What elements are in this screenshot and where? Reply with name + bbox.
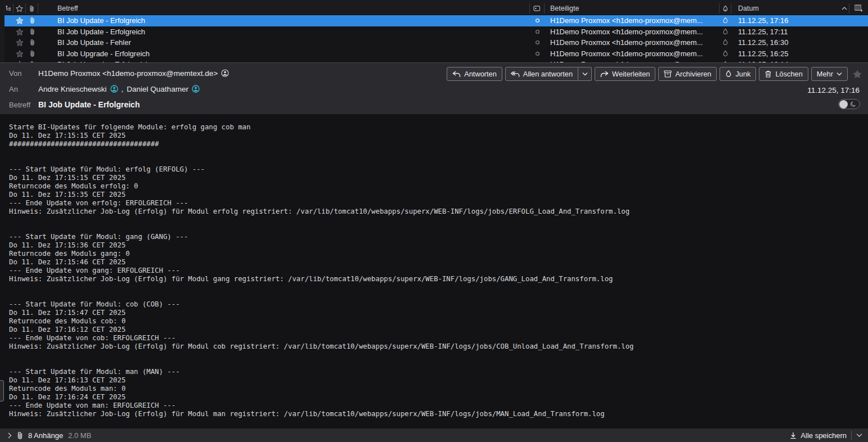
from-value[interactable]: H1Demo Proxmox <h1demo-proxmox@memtext.d… (38, 69, 218, 78)
from-label: Von (9, 69, 38, 78)
date-column-label: Datum (738, 4, 759, 12)
sort-ascending-indicator[interactable] (839, 3, 849, 13)
message-row-3[interactable]: BI Job Update - Fehler H1Demo Proxmox <h… (5, 37, 868, 48)
reply-all-split-button: Allen antworten (505, 67, 592, 81)
junk-column-header[interactable] (719, 3, 731, 13)
delete-button[interactable]: Löschen (759, 67, 808, 81)
row-subject: BI Job Update - Erfolgreich (38, 16, 530, 25)
recipient-2[interactable]: Daniel Quathamer (127, 85, 188, 93)
save-all-button[interactable]: Alle speichern (790, 431, 847, 440)
message-row-4[interactable]: BI Job Upgrade - Erfolgreich H1Demo Prox… (5, 48, 868, 60)
message-row-2[interactable]: BI Job Update - Erfolgreich H1Demo Proxm… (5, 26, 868, 38)
more-button[interactable]: Mehr (811, 67, 848, 81)
save-all-dropdown-button[interactable] (856, 433, 862, 438)
subject-row: Betreff BI Job Update - Erfolgreich (9, 97, 868, 112)
attachment-indicator-icon (26, 39, 38, 46)
moon-icon (850, 101, 856, 107)
read-status-icon[interactable] (530, 40, 545, 45)
read-status-icon[interactable] (530, 18, 545, 23)
divider (851, 431, 852, 440)
contact-icon[interactable] (110, 85, 118, 93)
attachments-expander-button[interactable] (8, 432, 12, 439)
delete-label: Löschen (775, 70, 802, 78)
row-date: 11.12.25, 17:16 (731, 16, 868, 25)
row-date: 11.12.25, 17:11 (731, 28, 868, 36)
chevron-down-icon (582, 72, 588, 76)
message-actions-toolbar: Antworten Allen antworten Weiterleiten A… (447, 67, 848, 81)
row-date: 11.12.25, 16:30 (731, 38, 868, 47)
trash-icon (764, 70, 772, 78)
junk-toggle-icon[interactable] (719, 17, 731, 24)
archive-icon (664, 70, 672, 78)
read-column-header[interactable] (530, 3, 545, 13)
junk-toggle-icon[interactable] (719, 28, 731, 35)
junk-toggle-icon[interactable] (719, 50, 731, 57)
message-row-1[interactable]: BI Job Update - Erfolgreich H1Demo Proxm… (5, 15, 868, 26)
row-subject: BI Job Update - Fehler (38, 38, 530, 47)
reply-all-dropdown-button[interactable] (578, 67, 592, 81)
star-toggle[interactable] (14, 17, 26, 24)
to-label: An (9, 85, 38, 93)
subject-column-label: Betreff (57, 4, 78, 12)
contact-icon[interactable] (192, 85, 200, 93)
row-correspondent: H1Demo Proxmox <h1demo-proxmox@mem... (545, 28, 719, 36)
row-correspondent: H1Demo Proxmox <h1demo-proxmox@mem... (545, 16, 719, 25)
recipient-separator: , (122, 85, 124, 93)
contact-icon[interactable] (221, 69, 229, 77)
flame-icon (722, 5, 728, 12)
message-subject: BI Job Update - Erfolgreich (38, 100, 140, 109)
forward-label: Weiterleiten (612, 70, 650, 78)
star-icon (16, 5, 23, 12)
message-body-text: Starte BI-Updates für folgende Module: e… (9, 123, 868, 418)
archive-label: Archivieren (675, 70, 711, 78)
junk-toggle-icon[interactable] (719, 39, 731, 46)
star-toggle[interactable] (14, 50, 26, 57)
column-picker-button[interactable] (849, 3, 868, 13)
splitter-grip[interactable] (0, 380, 4, 402)
dark-mode-toggle[interactable] (838, 99, 860, 109)
row-correspondent: H1Demo Proxmox <h1demo-proxmox@mem... (545, 38, 719, 47)
recipient-1[interactable]: Andre Knieschewski (38, 85, 107, 93)
column-picker-icon (854, 4, 863, 12)
thread-column-header[interactable] (5, 3, 14, 13)
reply-button[interactable]: Antworten (447, 67, 502, 81)
reply-icon (452, 71, 461, 78)
star-column-header[interactable] (14, 3, 26, 13)
row-date: 11.12.25, 16:25 (731, 49, 868, 58)
attachment-column-header[interactable] (26, 3, 38, 13)
reply-all-button[interactable]: Allen antworten (505, 67, 578, 81)
save-all-label: Alle speichern (800, 431, 847, 440)
archive-button[interactable]: Archivieren (658, 67, 717, 81)
row-correspondent: H1Demo Proxmox <h1demo-proxmox@mem... (545, 49, 719, 58)
to-row: An Andre Knieschewski , Daniel Quathamer (9, 81, 868, 97)
star-icon (852, 69, 862, 79)
reply-all-label: Allen antworten (523, 70, 573, 78)
read-status-icon[interactable] (530, 51, 545, 56)
attachment-indicator-icon (26, 28, 38, 35)
forward-button[interactable]: Weiterleiten (595, 67, 655, 81)
junk-label: Junk (735, 70, 750, 78)
reply-all-icon (511, 71, 520, 78)
date-column-header[interactable]: Datum (731, 3, 839, 13)
star-message-button[interactable] (852, 69, 862, 81)
star-toggle[interactable] (14, 28, 26, 35)
attachment-indicator-icon (26, 17, 38, 24)
read-status-icon[interactable] (530, 29, 545, 34)
message-header-pane: Von H1Demo Proxmox <h1demo-proxmox@memte… (0, 62, 868, 114)
star-toggle[interactable] (14, 39, 26, 46)
toggle-knob (839, 100, 848, 109)
paperclip-icon (17, 431, 23, 440)
flame-icon (725, 70, 732, 78)
chevron-up-icon (842, 7, 847, 10)
attachment-count[interactable]: 8 Anhänge (28, 431, 63, 440)
correspondents-column-header[interactable]: Beteiligte (545, 3, 719, 13)
junk-button[interactable]: Junk (719, 67, 756, 81)
subject-column-header[interactable]: Betreff (38, 3, 530, 13)
download-icon (790, 432, 797, 439)
correspondents-column-label: Beteiligte (550, 4, 579, 12)
chevron-right-icon (8, 432, 12, 439)
row-subject: BI Job Update - Erfolgreich (38, 28, 530, 36)
thread-list-pane: Betreff Beteiligte Datum (0, 0, 868, 62)
reply-label: Antworten (464, 70, 497, 78)
thread-list-header: Betreff Beteiligte Datum (5, 0, 868, 15)
